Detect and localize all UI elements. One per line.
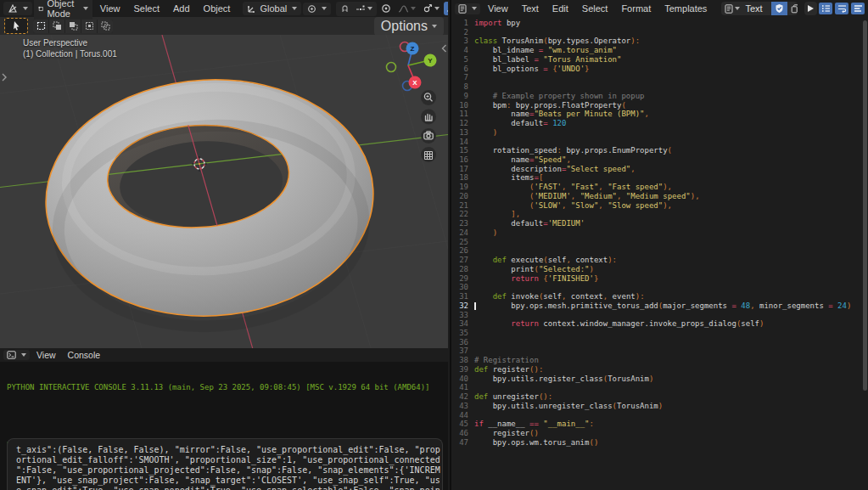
code-line[interactable]: 44 — [451, 411, 868, 420]
code-line[interactable]: 39def register(): — [451, 365, 868, 375]
code-line[interactable]: 16 name="Speed", — [451, 155, 868, 165]
code-line[interactable]: 29 return {'FINISHED'} — [451, 274, 868, 284]
code-line[interactable]: 46 register() — [451, 429, 868, 438]
snap-target-dropdown[interactable] — [353, 3, 375, 15]
code-line[interactable]: 40 bpy.utils.register_class(TorusAnim) — [451, 375, 868, 384]
code-line[interactable]: 26 — [451, 246, 868, 256]
te-menu-view[interactable]: View — [482, 2, 514, 15]
object-mode-dropdown[interactable]: Object Mode — [34, 0, 92, 20]
te-menu-edit[interactable]: Edit — [546, 2, 574, 15]
gizmo-neg-y-ball[interactable] — [387, 63, 396, 72]
new-text-button[interactable] — [787, 2, 798, 15]
console-menu-console[interactable]: Console — [63, 349, 106, 361]
code-line[interactable]: 19 ('FAST', "Fast", "Fast speed"), — [451, 183, 868, 192]
syntax-highlight-toggle[interactable] — [851, 3, 865, 14]
code-line[interactable]: 34 return context.window_manager.invoke_… — [451, 319, 868, 329]
active-tool-select-box[interactable] — [4, 18, 28, 34]
code-line[interactable]: 43 bpy.utils.unregister_class(TorusAnim) — [451, 402, 868, 411]
code-line[interactable]: 14 — [451, 138, 868, 147]
register-shield-toggle[interactable] — [771, 2, 787, 15]
code-line[interactable]: 36 — [451, 338, 868, 347]
toggle-ortho-button[interactable] — [421, 147, 436, 162]
pivot-point-dropdown[interactable] — [303, 3, 331, 15]
select-mode-extend[interactable] — [49, 20, 64, 33]
transform-orientation-dropdown[interactable]: Global — [243, 2, 301, 15]
code-line[interactable]: 28 print("Selected:") — [451, 265, 868, 274]
select-mode-intersect[interactable] — [98, 20, 113, 33]
code-line[interactable]: 47 bpy.ops.wm.torus_anim() — [451, 438, 868, 448]
code-line[interactable]: 37 — [451, 346, 868, 356]
code-line[interactable]: 10 bpm: bpy.props.FloatProperty( — [451, 101, 868, 110]
pan-button[interactable] — [421, 110, 436, 125]
console-editor-type-button[interactable] — [3, 350, 30, 360]
code-line[interactable]: 25 — [451, 238, 868, 247]
line-numbers-toggle[interactable] — [819, 3, 832, 14]
menu-object[interactable]: Object — [198, 2, 237, 15]
editor-type-button[interactable] — [3, 2, 32, 15]
sidebar-expand-arrow[interactable] — [443, 45, 446, 52]
code-line[interactable]: 11 name="Beats per Minute (BPM)", — [451, 110, 868, 119]
code-line[interactable]: 24 ) — [451, 228, 868, 238]
te-menu-select[interactable]: Select — [576, 2, 614, 15]
code-line[interactable]: 23 default='MEDIUM' — [451, 219, 868, 228]
viewport-canvas[interactable]: Z Y X User Perspective — [0, 35, 448, 348]
select-mode-new[interactable] — [33, 20, 48, 33]
code-area[interactable]: 1import bpy23class TorusAnim(bpy.types.O… — [451, 17, 868, 490]
code-line[interactable]: 45if __name__ == "__main__": — [451, 420, 868, 429]
code-line[interactable]: 21 ('SLOW', "Slow", "Slow speed"), — [451, 201, 868, 211]
code-line[interactable]: 5 bl_label = "Torus Animation" — [451, 55, 868, 65]
code-line[interactable]: 3class TorusAnim(bpy.types.Operator): — [451, 37, 868, 46]
snapping-magnet-toggle[interactable] — [338, 3, 352, 15]
menu-select[interactable]: Select — [127, 2, 165, 15]
code-line[interactable]: 8 — [451, 82, 868, 92]
select-mode-subtract[interactable] — [65, 20, 81, 33]
code-line[interactable]: 33 — [451, 311, 868, 320]
gizmo-y-ball[interactable]: Y — [424, 54, 437, 67]
code-line[interactable]: 17 description="Select speed", — [451, 165, 868, 174]
code-line[interactable]: 4 bl_idname = "wm.torus_anim" — [451, 46, 868, 55]
gizmo-x-ball[interactable]: X — [409, 76, 422, 89]
code-line[interactable]: 22 ], — [451, 210, 868, 219]
text-name-field[interactable]: Text — [743, 3, 770, 14]
code-line[interactable]: 27 def execute(self, context): — [451, 256, 868, 265]
code-line[interactable]: 35 — [451, 329, 868, 338]
code-scrollbar[interactable] — [863, 20, 867, 391]
code-line[interactable]: 30 — [451, 283, 868, 292]
torus-object[interactable] — [40, 71, 380, 335]
te-menu-format[interactable]: Format — [615, 2, 657, 15]
te-menu-text[interactable]: Text — [516, 2, 545, 15]
code-line[interactable]: 1import bpy — [451, 19, 868, 28]
falloff-curve-dropdown[interactable] — [395, 3, 418, 15]
code-line[interactable]: 6 bl_options = {'UNDO'} — [451, 65, 868, 74]
code-line[interactable]: 32 bpy.ops.mesh.primitive_torus_add(majo… — [451, 301, 868, 311]
text-datablock-dropdown[interactable] — [721, 2, 743, 15]
select-mode-invert[interactable] — [81, 20, 97, 33]
code-line[interactable]: 12 default= 120 — [451, 119, 868, 128]
toolbar-expand-arrow[interactable] — [3, 74, 6, 81]
code-line[interactable]: 20 ('MEDIUM', "Medium", "Medium speed"), — [451, 192, 868, 201]
console-menu-view[interactable]: View — [31, 349, 61, 361]
code-line[interactable]: 42def unregister(): — [451, 392, 868, 402]
code-line[interactable]: 2 — [451, 28, 868, 37]
code-line[interactable]: 41 — [451, 383, 868, 392]
run-script-button[interactable] — [804, 2, 817, 15]
menu-view[interactable]: View — [94, 2, 126, 15]
gizmo-z-ball[interactable]: Z — [406, 42, 419, 55]
code-line[interactable]: 13 ) — [451, 128, 868, 138]
text-editor-type-button[interactable] — [455, 3, 480, 14]
code-line[interactable]: 18 items=[ — [451, 173, 868, 183]
proportional-editing-toggle[interactable] — [378, 2, 394, 15]
word-wrap-toggle[interactable] — [835, 3, 848, 14]
menu-add[interactable]: Add — [167, 2, 196, 15]
code-line[interactable]: 38# Registration — [451, 356, 868, 365]
te-menu-templates[interactable]: Templates — [658, 2, 713, 15]
show-gizmos-dropdown[interactable] — [420, 2, 442, 15]
code-line[interactable]: 15 rotation_speed: bpy.props.EnumPropert… — [451, 146, 868, 155]
code-line[interactable]: 31 def invoke(self, context, event): — [451, 292, 868, 301]
code-line[interactable]: 7 — [451, 73, 868, 82]
options-dropdown[interactable]: Options — [374, 17, 444, 36]
show-overlays-toggle[interactable] — [444, 2, 448, 15]
zoom-button[interactable] — [421, 90, 436, 105]
code-line[interactable]: 9 # Example property shown in popup — [451, 92, 868, 101]
navigation-gizmo[interactable]: Z Y X — [387, 42, 437, 91]
